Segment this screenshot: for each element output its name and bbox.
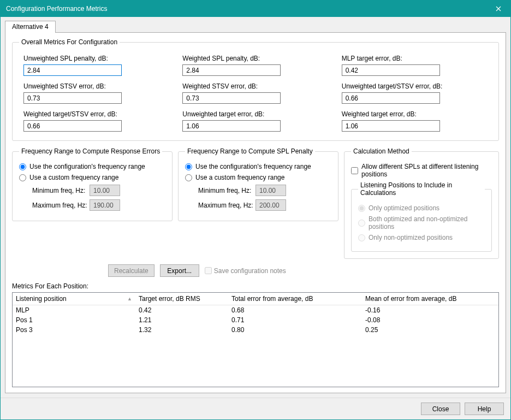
col-total-error[interactable]: Total error from average, dB [228,293,362,305]
table-cell: 0.42 [135,305,228,315]
table-row[interactable]: Pos 11.210.71-0.08 [13,315,498,325]
metric-label: Unweighted target/STSV error, dB: [342,82,488,90]
metric-item: Unweighted SPL penalty, dB: [23,52,169,76]
calc-radio-both [358,220,365,227]
window-body: Alternative 4 Overall Metrics For Config… [1,17,510,419]
overall-metrics-fieldset: Overall Metrics For Configuration Unweig… [12,38,499,141]
table-cell: 1.32 [135,325,228,335]
freq-spl-opt-custom-label: Use a custom frequency range [195,174,284,181]
freq-spl-radio-config[interactable] [185,163,192,170]
calc-opt-optimized: Only optimized positions [358,204,485,212]
window: Configuration Performance Metrics Altern… [0,0,511,420]
table-cell: -0.16 [362,305,498,315]
metric-value-input[interactable] [23,120,122,132]
overall-legend: Overall Metrics For Configuration [19,38,120,46]
calc-opt-both-label: Both optimized and non-optimized positio… [369,215,485,230]
titlebar: Configuration Performance Metrics [1,1,510,17]
help-button[interactable]: Help [465,403,504,415]
metric-item: Weighted target error, dB: [342,108,488,132]
table-cell: MLP [13,305,135,315]
metric-item: Unweighted target error, dB: [182,108,328,132]
metric-value-input[interactable] [342,92,440,104]
listening-positions-fieldset: Listening Positions to Include in Calcul… [351,181,492,252]
metric-label: Weighted target/STSV error, dB: [23,110,169,118]
col-mean-error[interactable]: Mean of error from average, dB [362,293,498,305]
export-button[interactable]: Export... [160,264,199,277]
metric-value-input[interactable] [23,92,122,104]
freq-resp-radio-config[interactable] [19,163,26,170]
freq-resp-max-label: Maximum freq, Hz: [32,202,90,209]
allow-diff-spls-checkbox[interactable] [351,167,358,174]
calc-radio-nonopt [358,234,365,241]
freq-spl-opt-config[interactable]: Use the configuration's frequency range [185,163,331,170]
metrics-per-position-label: Metrics For Each Position: [12,282,499,290]
action-row: Recalculate Export... Save configuration… [108,264,499,277]
tab-content: Overall Metrics For Configuration Unweig… [5,32,506,393]
calc-method-fieldset: Calculation Method Allow different SPLs … [344,147,499,259]
metric-value-input[interactable] [342,120,440,132]
metric-value-input[interactable] [182,64,281,76]
col-target-error[interactable]: Target error, dB RMS [135,293,228,305]
save-notes-label: Save configuration notes [214,267,286,275]
freq-resp-opt-config[interactable]: Use the configuration's frequency range [19,163,165,170]
calc-legend: Calculation Method [351,147,412,155]
metric-item: Weighted STSV error, dB: [182,80,328,104]
metric-item: Unweighted STSV error, dB: [23,80,169,104]
save-notes-checkbox [205,267,212,274]
table-header: Listening position ▲ Target error, dB RM… [13,293,498,305]
metric-item: Weighted SPL penalty, dB: [182,52,328,76]
freq-response-legend: Frequency Range to Compute Response Erro… [19,147,162,155]
metric-value-input[interactable] [23,64,122,76]
freq-spl-max-input [255,199,286,211]
freq-response-fieldset: Frequency Range to Compute Response Erro… [12,147,173,221]
table-cell: Pos 3 [13,325,135,335]
table-row[interactable]: MLP0.420.68-0.16 [13,305,498,315]
calc-opt-nonopt: Only non-optimized positions [358,234,485,241]
freq-spl-min-label: Minimum freq, Hz: [198,187,255,194]
listening-positions-legend: Listening Positions to Include in Calcul… [358,181,485,197]
metric-label: MLP target error, dB: [342,55,488,62]
freq-spl-legend: Frequency Range to Compute SPL Penalty [185,147,315,155]
col-listening-position-label: Listening position [16,295,67,303]
col-listening-position[interactable]: Listening position ▲ [13,293,135,305]
calc-opt-optimized-label: Only optimized positions [369,204,439,212]
metric-value-input[interactable] [342,64,440,76]
metric-value-input[interactable] [182,92,281,104]
metric-label: Unweighted SPL penalty, dB: [23,55,169,62]
table-cell: 1.21 [135,315,228,325]
positions-table: Listening position ▲ Target error, dB RM… [12,292,499,387]
freq-resp-min-label: Minimum freq, Hz: [32,187,90,194]
freq-resp-opt-custom[interactable]: Use a custom frequency range [19,174,165,181]
freq-spl-fieldset: Frequency Range to Compute SPL Penalty U… [178,147,338,221]
save-notes: Save configuration notes [205,267,286,275]
table-cell: 0.80 [228,325,362,335]
metric-label: Unweighted STSV error, dB: [23,82,169,90]
metric-label: Unweighted target error, dB: [182,110,328,118]
freq-resp-opt-config-label: Use the configuration's frequency range [29,163,145,170]
calc-opt-both: Both optimized and non-optimized positio… [358,215,485,230]
metric-label: Weighted SPL penalty, dB: [182,55,328,62]
table-cell: Pos 1 [13,315,135,325]
metric-value-input[interactable] [182,120,281,132]
calc-opt-nonopt-label: Only non-optimized positions [369,234,453,241]
freq-spl-max-label: Maximum freq, Hz: [198,202,255,209]
freq-resp-radio-custom[interactable] [19,174,26,181]
close-icon[interactable] [486,1,510,17]
table-cell: 0.25 [362,325,498,335]
freq-spl-min-input [255,185,286,196]
metric-item: Unweighted target/STSV error, dB: [342,80,488,104]
freq-spl-radio-custom[interactable] [185,174,192,181]
footer: Close Help [1,398,510,419]
allow-diff-spls-label: Allow different SPLs at different listen… [361,163,492,178]
table-cell: -0.08 [362,315,498,325]
freq-resp-max-input [90,199,120,211]
freq-spl-opt-custom[interactable]: Use a custom frequency range [185,174,331,181]
allow-diff-spls[interactable]: Allow different SPLs at different listen… [351,163,492,178]
close-button[interactable]: Close [421,403,460,415]
table-row[interactable]: Pos 31.320.800.25 [13,325,498,335]
table-cell: 0.71 [228,315,362,325]
metric-label: Weighted STSV error, dB: [182,82,328,90]
mid-row: Frequency Range to Compute Response Erro… [12,147,499,259]
metric-item: MLP target error, dB: [342,52,488,76]
tab-alternative[interactable]: Alternative 4 [5,21,56,33]
